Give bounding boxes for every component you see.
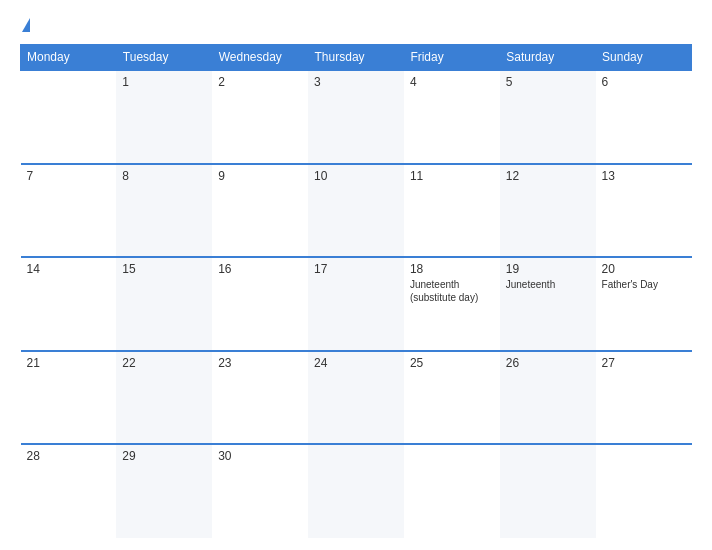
- weekday-header-cell: Saturday: [500, 45, 596, 71]
- weekday-header-cell: Friday: [404, 45, 500, 71]
- day-number: 23: [218, 356, 302, 370]
- day-number: 27: [602, 356, 686, 370]
- day-number: 29: [122, 449, 206, 463]
- calendar-cell: [308, 444, 404, 538]
- calendar-cell: 27: [596, 351, 692, 445]
- day-number: 30: [218, 449, 302, 463]
- calendar-cell: 2: [212, 70, 308, 164]
- day-number: 12: [506, 169, 590, 183]
- calendar-cell: 28: [21, 444, 117, 538]
- day-number: 10: [314, 169, 398, 183]
- calendar-cell: 10: [308, 164, 404, 258]
- calendar-row: 123456: [21, 70, 692, 164]
- calendar-cell: 12: [500, 164, 596, 258]
- day-number: 25: [410, 356, 494, 370]
- day-number: 8: [122, 169, 206, 183]
- day-number: 7: [27, 169, 111, 183]
- calendar-cell: 3: [308, 70, 404, 164]
- calendar-row: 21222324252627: [21, 351, 692, 445]
- calendar-row: 282930: [21, 444, 692, 538]
- day-number: 26: [506, 356, 590, 370]
- day-number: 21: [27, 356, 111, 370]
- calendar-cell: 23: [212, 351, 308, 445]
- weekday-header-cell: Monday: [21, 45, 117, 71]
- day-event: Juneteenth: [506, 278, 590, 291]
- day-number: 24: [314, 356, 398, 370]
- day-number: 6: [602, 75, 686, 89]
- calendar-page: MondayTuesdayWednesdayThursdayFridaySatu…: [0, 0, 712, 550]
- calendar-cell: 25: [404, 351, 500, 445]
- day-number: 11: [410, 169, 494, 183]
- day-number: 3: [314, 75, 398, 89]
- calendar-cell: [596, 444, 692, 538]
- day-number: 19: [506, 262, 590, 276]
- calendar-cell: [500, 444, 596, 538]
- calendar-cell: 20Father's Day: [596, 257, 692, 351]
- calendar-cell: 8: [116, 164, 212, 258]
- calendar-cell: 16: [212, 257, 308, 351]
- day-number: 28: [27, 449, 111, 463]
- calendar-cell: 24: [308, 351, 404, 445]
- calendar-cell: 4: [404, 70, 500, 164]
- calendar-cell: 9: [212, 164, 308, 258]
- day-number: 20: [602, 262, 686, 276]
- calendar-cell: 7: [21, 164, 117, 258]
- calendar-cell: 30: [212, 444, 308, 538]
- day-number: 16: [218, 262, 302, 276]
- logo: [20, 18, 31, 34]
- day-event: Juneteenth: [410, 278, 494, 291]
- weekday-header-cell: Wednesday: [212, 45, 308, 71]
- calendar-cell: 6: [596, 70, 692, 164]
- calendar-cell: 22: [116, 351, 212, 445]
- day-number: 9: [218, 169, 302, 183]
- day-number: 2: [218, 75, 302, 89]
- day-number: 4: [410, 75, 494, 89]
- day-number: 17: [314, 262, 398, 276]
- day-number: 22: [122, 356, 206, 370]
- calendar-cell: 19Juneteenth: [500, 257, 596, 351]
- calendar-cell: 11: [404, 164, 500, 258]
- day-number: 15: [122, 262, 206, 276]
- calendar-row: 78910111213: [21, 164, 692, 258]
- calendar-cell: [404, 444, 500, 538]
- day-number: 18: [410, 262, 494, 276]
- calendar-cell: 21: [21, 351, 117, 445]
- calendar-cell: 1: [116, 70, 212, 164]
- day-number: 5: [506, 75, 590, 89]
- calendar-cell: 14: [21, 257, 117, 351]
- weekday-header-cell: Tuesday: [116, 45, 212, 71]
- calendar-cell: 17: [308, 257, 404, 351]
- header: [20, 18, 692, 34]
- calendar-cell: 26: [500, 351, 596, 445]
- calendar-cell: [21, 70, 117, 164]
- calendar-cell: 29: [116, 444, 212, 538]
- day-event: (substitute day): [410, 291, 494, 304]
- weekday-header-row: MondayTuesdayWednesdayThursdayFridaySatu…: [21, 45, 692, 71]
- logo-triangle-icon: [22, 18, 30, 32]
- day-number: 1: [122, 75, 206, 89]
- calendar-cell: 13: [596, 164, 692, 258]
- calendar-cell: 15: [116, 257, 212, 351]
- calendar-cell: 5: [500, 70, 596, 164]
- day-number: 14: [27, 262, 111, 276]
- weekday-header-cell: Thursday: [308, 45, 404, 71]
- weekday-header-cell: Sunday: [596, 45, 692, 71]
- day-number: 13: [602, 169, 686, 183]
- calendar-table: MondayTuesdayWednesdayThursdayFridaySatu…: [20, 44, 692, 538]
- calendar-cell: 18Juneteenth(substitute day): [404, 257, 500, 351]
- day-event: Father's Day: [602, 278, 686, 291]
- calendar-row: 1415161718Juneteenth(substitute day)19Ju…: [21, 257, 692, 351]
